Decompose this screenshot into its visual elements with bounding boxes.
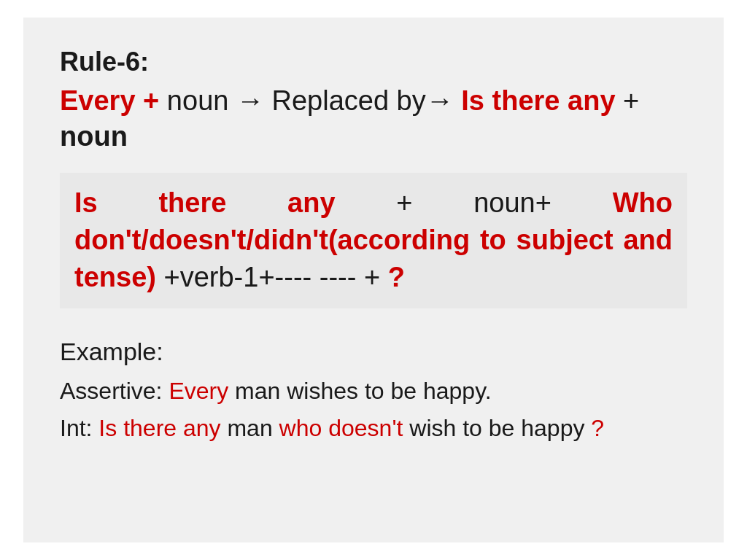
- example-label: Example:: [60, 338, 687, 366]
- formula-every-red: Every +: [60, 85, 159, 116]
- int-wish: wish to be happy: [409, 415, 584, 441]
- detail-is-there-any: Is there any: [74, 187, 336, 218]
- assertive-line: Assertive: Every man wishes to be happy.: [60, 378, 687, 405]
- int-is-there-any-red: Is there any: [98, 415, 220, 441]
- int-prefix: Int:: [60, 415, 98, 441]
- detail-verb: +verb-1+---- ---- +: [163, 262, 387, 292]
- slide: Rule-6: Every + noun → Replaced by→ Is t…: [23, 18, 724, 542]
- formula-noun-bold: noun: [60, 121, 128, 152]
- assertive-rest: man wishes to be happy.: [235, 378, 492, 404]
- rule-formula: Every + noun → Replaced by→ Is there any…: [60, 83, 687, 155]
- rule-title: Rule-6:: [60, 47, 687, 77]
- formula-plus-noun: +: [623, 85, 639, 116]
- example-section: Example: Assertive: Every man wishes to …: [60, 338, 687, 442]
- int-man: man: [227, 415, 279, 441]
- formula-noun: noun → Replaced by→: [167, 85, 461, 116]
- int-question-red: ?: [591, 415, 604, 441]
- rule-detail: Is there any + noun+ Who don't/doesn't/d…: [60, 173, 687, 308]
- assertive-prefix: Assertive:: [60, 378, 169, 404]
- detail-question-mark: ?: [388, 262, 405, 292]
- detail-plus-noun: + noun+: [396, 187, 612, 218]
- assertive-every-red: Every: [169, 378, 228, 404]
- int-who-doesnt-red: who doesn't: [279, 415, 403, 441]
- formula-is-there-any-red: Is there any: [461, 85, 615, 116]
- int-line: Int: Is there any man who doesn't wish t…: [60, 415, 687, 442]
